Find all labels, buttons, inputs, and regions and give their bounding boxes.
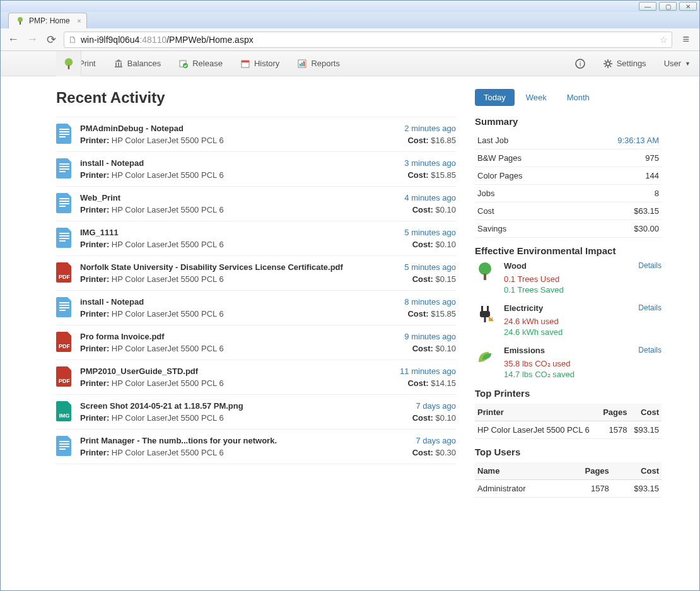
activity-row: Print Manager - The numb...tions for you… [56,430,456,464]
svg-text:PDF: PDF [59,378,71,384]
tree-icon [475,261,495,281]
nav-release[interactable]: Release [170,51,231,76]
close-button[interactable]: ✕ [679,2,697,11]
plug-icon: ! [475,303,495,324]
nav-user[interactable]: User ▼ [655,51,699,76]
nav-balances[interactable]: Balances [105,51,170,76]
top-users-heading: Top Users [475,447,662,457]
summary-row: Cost$63.15 [475,202,662,220]
svg-rect-48 [59,302,69,303]
svg-rect-34 [59,136,66,138]
activity-title: Pro forma Invoice.pdf [80,332,397,341]
activity-printer: Printer: HP Color LaserJet 5500 PCL 6 [80,170,397,180]
release-icon [178,59,189,69]
nav-info[interactable]: i [566,51,594,76]
file-icon [56,228,73,248]
table-row: HP Color LaserJet 5500 PCL 61578$93.15 [475,421,662,439]
activity-title: Norfolk State University - Disability Se… [80,262,397,272]
svg-rect-1 [20,21,21,25]
activity-row: PDFPro forma Invoice.pdfPrinter: HP Colo… [56,325,456,360]
svg-text:i: i [580,61,581,67]
svg-rect-8 [115,62,117,66]
app-toolbar: Print Balances Release History Reports i… [1,51,699,76]
activity-printer: Printer: HP Color LaserJet 5500 PCL 6 [80,309,397,319]
svg-rect-33 [59,134,69,135]
env-saved: 24.6 kWh saved [504,327,629,337]
activity-row: PMAdminDebug - NotepadPrinter: HP Color … [56,117,456,152]
env-details-link[interactable]: Details [638,303,662,312]
env-details-link[interactable]: Details [638,346,662,354]
svg-rect-41 [59,203,69,204]
tab-month[interactable]: Month [558,89,598,106]
env-name: Emissions [504,346,629,355]
activity-time[interactable]: 8 minutes ago [404,297,456,307]
activity-time[interactable]: 5 minutes ago [404,228,456,237]
activity-time[interactable]: 7 days ago [412,436,456,445]
tab-week[interactable]: Week [517,89,556,106]
svg-rect-50 [59,307,69,308]
activity-title: Screen Shot 2014-05-21 at 1.18.57 PM.png [80,401,405,411]
env-details-link[interactable]: Details [638,261,662,270]
svg-line-27 [605,61,606,62]
svg-line-29 [605,66,606,67]
bookmark-icon[interactable]: ☆ [660,35,668,45]
svg-rect-18 [301,62,303,66]
back-button[interactable]: ← [7,33,20,46]
activity-time[interactable]: 5 minutes ago [404,262,456,272]
tab-close-icon[interactable]: × [77,17,81,25]
svg-text:!: ! [491,316,493,322]
file-icon [56,158,73,178]
activity-time[interactable]: 3 minutes ago [404,158,456,168]
nav-settings[interactable]: Settings [594,51,655,76]
activity-cost: Cost: $0.10 [404,344,456,353]
maximize-button[interactable]: ▢ [659,2,677,11]
activity-time[interactable]: 4 minutes ago [404,193,456,202]
tab-today[interactable]: Today [475,89,515,106]
svg-rect-31 [59,129,69,130]
svg-marker-11 [115,59,122,62]
file-icon [56,297,73,317]
svg-point-22 [606,62,610,66]
svg-rect-61 [481,306,483,311]
svg-point-0 [18,17,23,22]
activity-printer: Printer: HP Color LaserJet 5500 PCL 6 [80,413,405,423]
svg-rect-37 [59,168,69,170]
activity-title: IMG_1111 [80,228,397,237]
summary-row: Last Job9:36:13 AM [475,132,662,149]
reload-button[interactable]: ⟳ [45,33,57,47]
activity-row: IMG_1111Printer: HP Color LaserJet 5500 … [56,221,456,256]
file-icon: PDF [56,366,73,387]
file-icon [56,124,73,144]
minimize-button[interactable]: — [639,2,656,11]
page-icon: 🗋 [68,35,77,45]
activity-row: install - NotepadPrinter: HP Color Laser… [56,152,456,187]
activity-time[interactable]: 11 minutes ago [400,366,456,376]
activity-time[interactable]: 9 minutes ago [404,332,456,341]
activity-time[interactable]: 7 days ago [412,401,456,411]
url-input[interactable]: 🗋 win-i9lf9ql06u4:48110/PMPWeb/Home.aspx… [64,32,672,48]
info-icon: i [575,59,585,69]
activity-cost: Cost: $15.85 [404,309,456,319]
activity-row: PDFPMP2010_UserGuide_STD.pdfPrinter: HP … [56,360,456,395]
svg-rect-9 [118,62,119,66]
window-titlebar: — ▢ ✕ [1,1,699,12]
app-logo[interactable] [56,51,81,76]
forward-button[interactable]: → [26,33,38,46]
nav-history[interactable]: History [231,51,288,76]
summary-heading: Summary [475,116,662,127]
svg-rect-15 [242,61,249,62]
svg-rect-46 [59,240,66,242]
activity-cost: Cost: $0.10 [412,413,456,423]
activity-printer: Printer: HP Color LaserJet 5500 PCL 6 [80,240,397,249]
menu-button[interactable]: ≡ [679,33,693,46]
activity-time[interactable]: 2 minutes ago [404,124,456,133]
svg-rect-60 [484,274,486,280]
summary-row: Savings$30.00 [475,220,662,238]
svg-rect-10 [120,62,122,66]
activity-cost: Cost: $0.30 [412,448,456,457]
browser-tab[interactable]: PMP: Home × [8,13,87,28]
env-name: Electricity [504,303,629,313]
address-bar: ← → ⟳ 🗋 win-i9lf9ql06u4:48110/PMPWeb/Hom… [1,28,699,51]
nav-reports[interactable]: Reports [288,51,349,76]
env-item: Wood0.1 Trees Used0.1 Trees SavedDetails [475,261,662,295]
